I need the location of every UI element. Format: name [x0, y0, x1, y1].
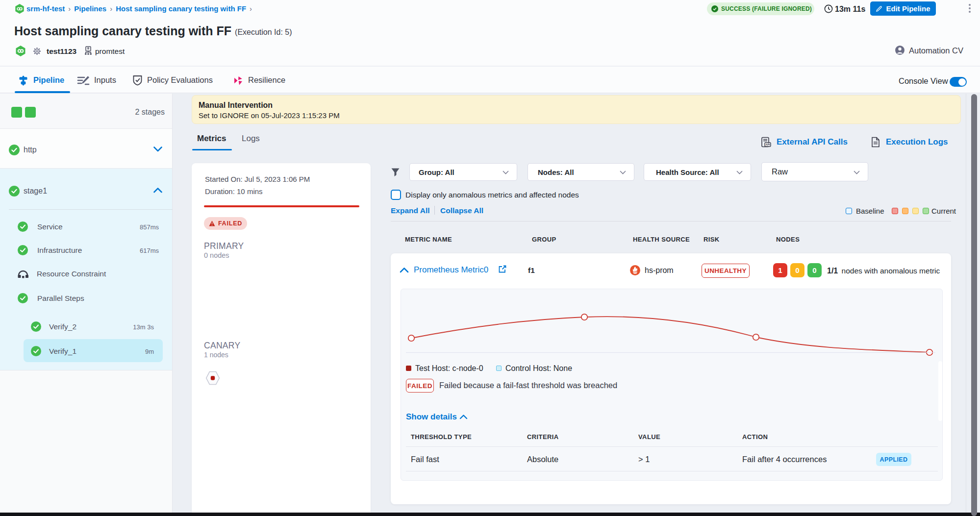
svg-text:API: API: [765, 143, 770, 146]
